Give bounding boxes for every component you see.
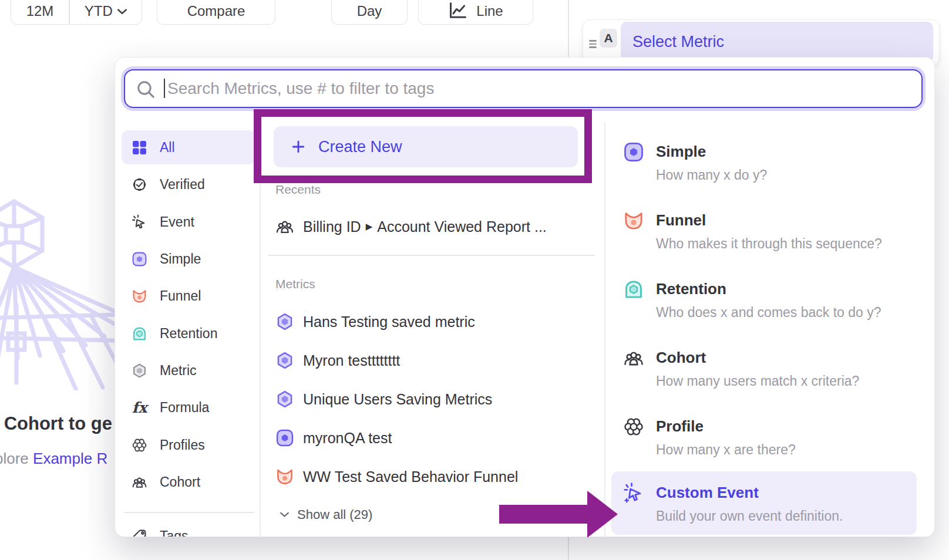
- metric-search-field: [124, 69, 923, 108]
- show-all-label: Show all (29): [297, 507, 372, 522]
- sidebar-item-metric[interactable]: Metric: [122, 354, 257, 387]
- explore-prefix: xplore: [0, 450, 33, 467]
- metrics-section-label: Metrics: [275, 277, 315, 291]
- sidebar-item-label: Metric: [160, 363, 197, 379]
- type-desc: How many x do y?: [656, 167, 767, 183]
- tag-icon: [132, 528, 147, 538]
- verified-seal-icon: [132, 177, 147, 193]
- type-desc: How many users match x criteria?: [656, 373, 859, 389]
- type-desc: How many x are there?: [656, 442, 796, 458]
- metric-row[interactable]: Myron testttttttt: [275, 348, 593, 373]
- line-label: Line: [476, 3, 503, 19]
- funnel-icon: [132, 288, 147, 304]
- sidebar-item-formula[interactable]: fx Formula: [122, 391, 257, 424]
- compare-button[interactable]: Compare: [157, 0, 275, 25]
- select-metric-button[interactable]: Select Metric: [621, 22, 933, 62]
- metric-row[interactable]: WW Test Saved Behavior Funnel: [275, 464, 593, 490]
- sidebar-item-event[interactable]: Event: [122, 205, 257, 238]
- type-desc: Who does x and comes back to do y?: [656, 305, 881, 321]
- metric-row-label: Hans Testing saved metric: [303, 313, 475, 330]
- saved-metric-hex-icon: [275, 351, 294, 370]
- funnel-icon: [275, 467, 294, 486]
- range-ytd-button[interactable]: YTD: [70, 0, 142, 24]
- recent-item-part1: Billing ID: [303, 218, 361, 235]
- sidebar-item-label: Cohort: [160, 474, 200, 490]
- range-ytd-label: YTD: [85, 3, 113, 19]
- sidebar-item-label: Funnel: [160, 288, 201, 304]
- metric-row[interactable]: myronQA test: [275, 425, 593, 451]
- type-title: Profile: [656, 417, 704, 436]
- sidebar-item-label: Profiles: [160, 437, 205, 453]
- retention-icon: [623, 279, 644, 300]
- type-title: Retention: [656, 280, 726, 298]
- recents-section-label: Recents: [275, 183, 321, 197]
- annotation-arrow: [499, 487, 620, 541]
- sidebar-divider: [124, 512, 254, 513]
- metric-hexagon-icon: [132, 363, 147, 379]
- sidebar-item-tags[interactable]: Tags: [122, 519, 257, 537]
- people-icon: [275, 217, 294, 236]
- range-12m-button[interactable]: 12M: [11, 0, 69, 24]
- sidebar-item-label: Event: [160, 214, 194, 230]
- metric-row-label: myronQA test: [303, 430, 392, 447]
- people-icon: [132, 474, 147, 490]
- sidebar-column-divider: [260, 122, 261, 537]
- sidebar-item-label: All: [160, 140, 175, 156]
- drag-handle-icon[interactable]: [589, 38, 597, 50]
- sidebar-item-label: Verified: [160, 177, 205, 193]
- sidebar-item-cohort[interactable]: Cohort: [122, 465, 257, 498]
- grid-icon: [132, 140, 147, 156]
- sidebar-item-label: Formula: [160, 400, 209, 416]
- metric-row-label: Unique Users Saving Metrics: [303, 391, 492, 408]
- empty-state-headline: r Cohort to ge: [0, 413, 112, 434]
- chevron-down-icon: [280, 512, 289, 518]
- chart-type-line-button[interactable]: Line: [418, 0, 533, 25]
- granularity-day-button[interactable]: Day: [331, 0, 408, 25]
- sidebar-item-label: Tags: [160, 528, 189, 538]
- example-reports-link[interactable]: Example R: [33, 450, 107, 467]
- sidebar-item-simple[interactable]: Simple: [122, 242, 257, 275]
- people-icon: [623, 348, 644, 369]
- date-range-group[interactable]: 12M YTD: [11, 0, 142, 25]
- formula-fx-icon: fx: [132, 400, 147, 416]
- search-input[interactable]: [166, 70, 914, 107]
- simple-metric-icon: [132, 251, 147, 267]
- sidebar-item-retention[interactable]: Retention: [122, 317, 257, 350]
- select-metric-label: Select Metric: [632, 33, 724, 51]
- sidebar-item-label: Simple: [160, 251, 201, 267]
- simple-metric-icon: [275, 429, 294, 447]
- day-label: Day: [357, 3, 382, 19]
- series-a-badge: A: [600, 29, 617, 48]
- metric-row-label: Myron testttttttt: [303, 352, 400, 369]
- saved-metric-hex-icon: [275, 390, 294, 409]
- sidebar-item-verified[interactable]: Verified: [122, 168, 257, 201]
- event-cursor-icon: [132, 214, 147, 230]
- saved-metric-hex-icon: [275, 312, 294, 331]
- recents-divider: [268, 255, 595, 256]
- metric-row[interactable]: Hans Testing saved metric: [275, 309, 593, 335]
- type-title: Simple: [656, 143, 706, 161]
- line-chart-icon: [448, 2, 468, 19]
- types-column-divider: [604, 122, 605, 537]
- profiles-flower-icon: [132, 437, 147, 453]
- sidebar-item-profiles[interactable]: Profiles: [122, 429, 257, 461]
- custom-event-icon: [623, 483, 644, 504]
- show-all-toggle[interactable]: Show all (29): [280, 507, 372, 522]
- search-icon: [136, 80, 156, 99]
- recent-item-part2: Account Viewed Report ...: [377, 218, 547, 235]
- type-desc: Who makes it through this sequence?: [656, 236, 882, 252]
- compare-label: Compare: [187, 3, 245, 19]
- empty-state-subtext: xplore Example R: [0, 450, 107, 468]
- type-title: Cohort: [656, 349, 706, 367]
- recent-item-row[interactable]: Billing ID ▶ Account Viewed Report ...: [275, 214, 593, 239]
- type-title: Custom Event: [656, 484, 759, 502]
- sidebar-item-all[interactable]: All: [122, 131, 257, 164]
- custom-event-highlight: [611, 471, 917, 535]
- app-screen: 12M YTD Compare Day Line r Cohort to ge: [0, 0, 949, 560]
- sidebar-item-funnel[interactable]: Funnel: [122, 279, 257, 312]
- metric-row[interactable]: Unique Users Saving Metrics: [275, 386, 593, 412]
- simple-metric-icon: [623, 141, 644, 163]
- text-cursor: [164, 79, 165, 98]
- range-12m-label: 12M: [26, 3, 54, 19]
- profiles-flower-icon: [623, 416, 644, 437]
